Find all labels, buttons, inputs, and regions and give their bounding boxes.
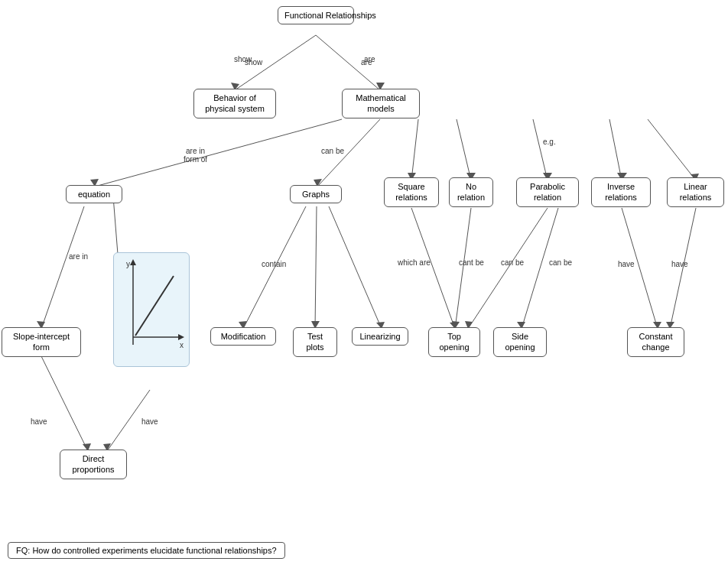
label-eg: e.g. <box>543 138 556 146</box>
svg-marker-47 <box>178 334 184 340</box>
node-side-opening: Sideopening <box>493 327 547 357</box>
node-linear: Linearrelations <box>667 177 724 207</box>
node-modification: Modification <box>210 327 276 346</box>
label-have2: have <box>671 260 688 268</box>
label-can-be: can be <box>321 147 344 155</box>
label-have4: have <box>141 417 158 426</box>
focus-question: FQ: How do controlled experiments elucid… <box>8 542 285 559</box>
label-cant-be: cant be <box>459 258 484 267</box>
label-are-in: are in <box>69 252 88 261</box>
concept-map: show are are inform of can be e.g. are i… <box>0 0 728 568</box>
node-test-plots: Testplots <box>293 327 337 357</box>
svg-line-26 <box>411 208 455 329</box>
label-are-in-form-of: are inform of <box>184 147 207 164</box>
label-can-be3: can be <box>549 258 572 267</box>
node-inverse: Inverserelations <box>591 177 651 207</box>
svg-line-8 <box>411 119 418 180</box>
svg-line-12 <box>533 119 548 180</box>
svg-marker-45 <box>130 259 136 265</box>
svg-line-30 <box>468 208 548 329</box>
svg-line-48 <box>135 276 174 336</box>
node-math-models: Mathematicalmodels <box>342 89 420 118</box>
node-equation: equation <box>66 185 122 203</box>
svg-line-36 <box>670 208 696 329</box>
label-contain: contain <box>262 260 286 268</box>
node-top-opening: Topopening <box>428 327 480 357</box>
svg-line-4 <box>95 119 342 187</box>
node-linearizing: Linearizing <box>352 327 408 346</box>
label-show-text: show <box>234 55 252 63</box>
connector-lines <box>0 0 728 568</box>
node-no-relation: Norelation <box>449 177 493 207</box>
graph-svg: y x <box>114 253 190 367</box>
svg-line-14 <box>609 119 622 180</box>
label-which-are: which are <box>398 258 431 267</box>
svg-line-38 <box>41 356 88 451</box>
node-square: Squarerelations <box>384 177 439 207</box>
svg-text:y: y <box>126 260 130 268</box>
svg-line-22 <box>315 206 317 329</box>
node-behavior: Behavior ofphysical system <box>193 89 276 118</box>
label-have3: have <box>31 417 47 426</box>
node-slope-intercept: Slope-interceptform <box>2 327 81 357</box>
graph-image: y x Linear relationswith y-intercept <box>113 252 190 367</box>
label-can-be2: can be <box>501 258 524 267</box>
svg-line-28 <box>455 208 471 329</box>
svg-line-24 <box>329 206 382 329</box>
node-graphs: Graphs <box>290 185 342 203</box>
svg-line-32 <box>522 208 558 329</box>
label-have1: have <box>618 260 635 268</box>
node-parabolic: Parabolicrelation <box>516 177 579 207</box>
svg-line-18 <box>41 206 84 329</box>
svg-line-34 <box>622 208 658 329</box>
label-are-text: are <box>364 55 375 63</box>
node-root: Functional Relationships <box>278 6 354 24</box>
svg-line-16 <box>648 119 696 180</box>
svg-text:x: x <box>180 341 184 349</box>
svg-line-10 <box>457 119 471 180</box>
node-direct-proportions: Directproportions <box>60 450 127 479</box>
node-constant-change: Constantchange <box>627 327 684 357</box>
